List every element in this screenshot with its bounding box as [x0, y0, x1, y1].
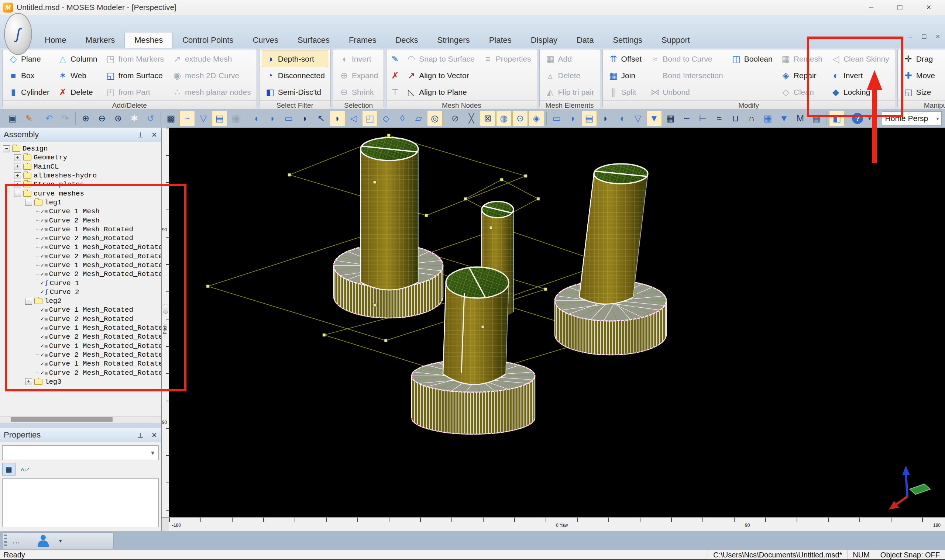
- undo-icon[interactable]: ↶: [42, 111, 57, 126]
- maximize-button[interactable]: □: [892, 3, 908, 12]
- tree-item-allmeshes-hydro[interactable]: +allmeshes-hydro: [0, 171, 161, 180]
- tree-item-curve-2-mesh[interactable]: ✓▣Curve 2 Mesh: [0, 216, 161, 225]
- surface-view-10-icon[interactable]: ▱: [411, 111, 426, 126]
- ribbon-size-button[interactable]: ◱Size: [900, 84, 938, 100]
- tree-item-geometry[interactable]: +Geometry: [0, 153, 161, 162]
- surface-view-6-icon[interactable]: ◁: [346, 111, 361, 126]
- close-icon[interactable]: ✕: [151, 131, 157, 139]
- ribbon-repair-button[interactable]: ◈Repair: [777, 67, 826, 84]
- show-plates-icon[interactable]: ▽: [196, 111, 211, 126]
- ribbon-cylinder-button[interactable]: ▮Cylinder: [5, 84, 53, 100]
- orbit-icon[interactable]: ↺: [143, 111, 158, 126]
- tab-curves[interactable]: Curves: [243, 32, 288, 48]
- surface-view-1-icon[interactable]: ◖: [248, 111, 264, 126]
- tree-item-curve-1[interactable]: ✓ʃCurve 1: [0, 278, 161, 288]
- tree-item-struc-plates[interactable]: +Struc plates: [0, 180, 161, 189]
- face-view-3-icon[interactable]: ◖: [614, 111, 629, 126]
- node-filter-5-icon[interactable]: ⊙: [512, 111, 528, 126]
- snap-cube-icon[interactable]: ◧: [829, 111, 845, 126]
- tree-item-curve-2-mesh-rotated[interactable]: ✓▣Curve 2 Mesh_Rotated: [0, 315, 161, 323]
- tree-item-curve-1-mesh-rotated-rotated[interactable]: ✓▣Curve 1 Mesh_Rotated_Rotated: [0, 323, 161, 332]
- surface-view-8-icon[interactable]: ◇: [378, 111, 394, 126]
- save-as-icon[interactable]: ✎: [21, 111, 37, 126]
- ribbon-node-delete-button[interactable]: ✗: [389, 67, 401, 84]
- chart-icon[interactable]: ∩: [744, 111, 759, 126]
- tree-item-curve-2-mesh-rotated-rotated-ro[interactable]: ✓▣Curve 2 Mesh_Rotated_Rotated_Ro: [0, 351, 161, 359]
- mdi-minimize-button[interactable]: –: [908, 32, 913, 41]
- tab-control-points[interactable]: Control Points: [173, 32, 243, 48]
- pan-icon[interactable]: ✱: [126, 111, 142, 126]
- ribbon-join-button[interactable]: ▦Join: [605, 67, 645, 84]
- tree-item-design[interactable]: −Design: [0, 144, 161, 153]
- ribbon-drag-button[interactable]: ✛Drag: [900, 51, 938, 67]
- table-curve-icon[interactable]: ∼: [679, 111, 694, 126]
- ribbon-align-button[interactable]: ⇥Align: [940, 84, 945, 100]
- pitch-slider-thumb[interactable]: [163, 304, 168, 314]
- tab-frames[interactable]: Frames: [339, 32, 386, 48]
- tab-surfaces[interactable]: Surfaces: [288, 32, 339, 48]
- expand-icon[interactable]: +: [14, 163, 21, 170]
- tree-item-curve-2-mesh-rotated[interactable]: ✓▣Curve 2 Mesh_Rotated: [0, 234, 161, 243]
- table-delete-icon[interactable]: ▦: [663, 111, 678, 126]
- mdi-close-button[interactable]: ×: [936, 32, 940, 41]
- ribbon-node-project-button[interactable]: ⊤: [389, 84, 401, 100]
- node-filter-6-icon[interactable]: ◈: [529, 111, 544, 126]
- close-button[interactable]: ×: [920, 3, 937, 12]
- ribbon-column-button[interactable]: △Column: [54, 51, 100, 67]
- view-selector-combo[interactable]: Home Persp▾: [882, 111, 942, 125]
- tree-item-curve-meshes[interactable]: −curve meshes: [0, 189, 161, 198]
- categorized-button[interactable]: ▦: [2, 463, 15, 475]
- tree-item-curve-1-mesh-rotated-rotated[interactable]: ✓▣Curve 1 Mesh_Rotated_Rotated: [0, 243, 161, 252]
- ribbon-locking-button[interactable]: ◆Locking: [827, 84, 893, 100]
- surface-view-5-icon[interactable]: ◗: [330, 111, 345, 126]
- chevron-down-icon[interactable]: ▼: [150, 450, 158, 456]
- face-view-1-icon[interactable]: ▤: [581, 111, 597, 126]
- tab-settings[interactable]: Settings: [603, 32, 652, 48]
- face-view-2-icon[interactable]: ◗: [598, 111, 613, 126]
- ribbon-web-button[interactable]: ✶Web: [54, 67, 100, 84]
- ribbon-boolean-button[interactable]: ◫Boolean: [728, 51, 776, 67]
- tree-horizontal-scrollbar[interactable]: [0, 416, 161, 423]
- tree-item-leg3[interactable]: +leg3: [0, 377, 161, 386]
- tree-item-curve-1-mesh-rotated-rotated-ro[interactable]: ✓▣Curve 1 Mesh_Rotated_Rotated_Ro: [0, 261, 161, 270]
- expand-icon[interactable]: +: [14, 181, 21, 188]
- tab-display[interactable]: Display: [521, 32, 567, 48]
- calculator-icon[interactable]: ▦: [809, 111, 824, 126]
- plate-view-2-icon[interactable]: ◗: [565, 111, 581, 126]
- close-icon[interactable]: ✕: [151, 431, 157, 439]
- ribbon-flip-button[interactable]: ⇄Flip: [940, 51, 945, 67]
- ribbon-invert-button[interactable]: ◐Invert: [827, 67, 893, 84]
- more-button[interactable]: …: [8, 536, 25, 546]
- surface-view-3-icon[interactable]: ▭: [281, 111, 296, 126]
- tab-home[interactable]: Home: [35, 32, 76, 48]
- pick-arrow-icon[interactable]: ↖: [313, 111, 329, 126]
- toolbar-overflow-icon[interactable]: ▾: [59, 537, 62, 544]
- viewport-3d[interactable]: [169, 128, 945, 517]
- pin-icon[interactable]: ⊤: [137, 431, 143, 439]
- zoom-in-icon[interactable]: ⊕: [78, 111, 93, 126]
- ribbon-box-button[interactable]: ■Box: [5, 67, 53, 84]
- ribbon-disconnected-button[interactable]: ◔Disconnected: [262, 67, 328, 84]
- tree-item-leg1[interactable]: −leg1: [0, 198, 161, 207]
- tree-item-curve-2-mesh-rotated-rotated[interactable]: ✓▣Curve 2 Mesh_Rotated_Rotated: [0, 332, 161, 341]
- tree-item-maincl[interactable]: +MainCL: [0, 162, 161, 171]
- node-filter-3-icon[interactable]: ⊠: [480, 111, 495, 126]
- node-filter-2-icon[interactable]: ╳: [464, 111, 479, 126]
- expand-icon[interactable]: +: [14, 172, 21, 179]
- view-home-add-icon[interactable]: ⌂+: [943, 111, 945, 126]
- script-editor-icon[interactable]: M: [792, 111, 808, 126]
- tree-item-curve-1-mesh-rotated-rotated-ro[interactable]: ✓▣Curve 1 Mesh_Rotated_Rotated_Ro: [0, 342, 161, 351]
- data-table-icon[interactable]: ▦: [760, 111, 775, 126]
- ribbon-align-to-vector-button[interactable]: ↗Align to Vector: [403, 67, 478, 84]
- shield-view-1-icon[interactable]: ▽: [630, 111, 646, 126]
- collapse-icon[interactable]: −: [3, 145, 10, 152]
- surface-view-7-icon[interactable]: ◰: [362, 111, 378, 126]
- expand-icon[interactable]: +: [25, 378, 32, 385]
- surface-view-4-icon[interactable]: ◗: [297, 111, 313, 126]
- mdi-restore-button[interactable]: □: [922, 32, 926, 41]
- chevron-down-icon[interactable]: ▾: [937, 115, 941, 122]
- node-visibility-icon[interactable]: ◎: [427, 111, 442, 126]
- ribbon-node-add-button[interactable]: ✎: [389, 51, 401, 67]
- ribbon-depth-sort-button[interactable]: ◑Depth-sort: [262, 51, 328, 67]
- ribbon-from-surface-button[interactable]: ◱from Surface: [102, 67, 167, 84]
